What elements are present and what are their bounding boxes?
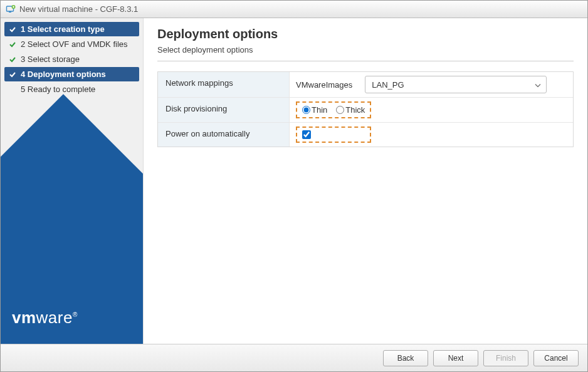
back-button[interactable]: Back: [383, 350, 428, 366]
page-subtitle: Select deployment options: [157, 45, 574, 61]
label-power-on: Power on automatically: [158, 123, 290, 147]
check-icon: [8, 56, 17, 63]
step-label: 1 Select creation type: [21, 24, 105, 34]
check-icon: [8, 41, 17, 48]
step-label: 3 Select storage: [21, 54, 80, 64]
power-highlight: [296, 127, 371, 143]
logo-reg: ®: [73, 311, 78, 318]
disk-highlight: Thin Thick: [296, 101, 371, 118]
wizard-body: 1 Select creation type2 Select OVF and V…: [1, 18, 587, 344]
network-mapping-select[interactable]: LAN_PG: [365, 76, 547, 93]
wizard-step-4[interactable]: 4 Deployment options: [4, 67, 139, 81]
power-on-checkbox[interactable]: [302, 130, 311, 139]
wizard-window: New virtual machine - CGF-8.3.1 1 Select…: [0, 0, 588, 372]
logo-ware: ware: [36, 308, 73, 327]
step-label: 2 Select OVF and VMDK files: [21, 39, 128, 49]
row-network-mappings: Network mappings VMwareImages LAN_PG: [158, 72, 573, 98]
radio-thin-label: Thin: [312, 105, 327, 115]
cancel-button[interactable]: Cancel: [533, 350, 579, 366]
wizard-step-5[interactable]: 5 Ready to complete: [4, 82, 139, 96]
sidebar: 1 Select creation type2 Select OVF and V…: [1, 18, 144, 344]
wizard-footer: Back Next Finish Cancel: [1, 344, 587, 371]
chevron-down-icon: [535, 80, 541, 90]
main-panel: Deployment options Select deployment opt…: [144, 18, 587, 344]
row-power-on: Power on automatically: [158, 123, 573, 147]
value-network-mappings: VMwareImages LAN_PG: [290, 72, 573, 97]
step-label: 5 Ready to complete: [21, 85, 95, 94]
value-disk-provisioning: Thin Thick: [290, 98, 573, 122]
vmware-logo: vmware®: [12, 308, 78, 328]
finish-button[interactable]: Finish: [483, 350, 528, 366]
check-icon: [8, 71, 17, 78]
row-disk-provisioning: Disk provisioning Thin Thick: [158, 98, 573, 123]
radio-thin-input[interactable]: [302, 106, 310, 114]
radio-thin[interactable]: Thin: [302, 105, 327, 115]
sidebar-decor: [1, 94, 144, 344]
radio-thick-input[interactable]: [336, 106, 344, 114]
check-icon: [8, 26, 17, 33]
value-power-on: [290, 123, 573, 147]
label-network-mappings: Network mappings: [158, 72, 290, 97]
wizard-steps: 1 Select creation type2 Select OVF and V…: [1, 18, 143, 97]
step-label: 4 Deployment options: [21, 70, 106, 79]
wizard-step-2[interactable]: 2 Select OVF and VMDK files: [4, 37, 139, 51]
window-title: New virtual machine - CGF-8.3.1: [19, 4, 138, 14]
deployment-options-table: Network mappings VMwareImages LAN_PG Dis…: [157, 71, 574, 147]
label-disk-provisioning: Disk provisioning: [158, 98, 290, 122]
wizard-step-1[interactable]: 1 Select creation type: [4, 22, 139, 36]
logo-vm: vm: [12, 308, 36, 327]
wizard-step-3[interactable]: 3 Select storage: [4, 52, 139, 66]
titlebar: New virtual machine - CGF-8.3.1: [1, 1, 587, 18]
next-button[interactable]: Next: [433, 350, 478, 366]
radio-thick-label: Thick: [345, 105, 365, 115]
radio-thick[interactable]: Thick: [336, 105, 365, 115]
vm-icon: [6, 4, 16, 14]
svg-rect-1: [9, 11, 11, 13]
network-mapping-selected: LAN_PG: [372, 80, 404, 90]
page-title: Deployment options: [157, 27, 574, 41]
network-source-name: VMwareImages: [296, 80, 352, 90]
